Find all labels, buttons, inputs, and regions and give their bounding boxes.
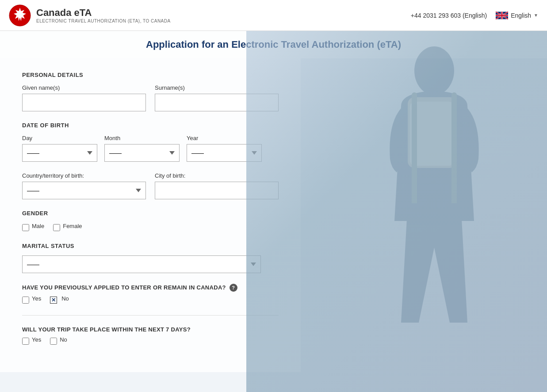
phone-number: +44 2031 293 603 (English) <box>411 12 487 19</box>
site-title: Canada eTA <box>36 7 171 19</box>
divider <box>22 315 279 316</box>
month-group: Month —— JanuaryFebruaryMarch AprilMayJu… <box>104 135 180 162</box>
logo-text: Canada eTA ELECTRONIC TRAVEL AUTHORIZATI… <box>36 7 171 23</box>
given-names-group: Given name(s) <box>22 84 146 111</box>
trip-no-label: No <box>60 336 67 343</box>
trip-yes-checkbox[interactable] <box>22 338 29 345</box>
male-label: Male <box>32 223 44 229</box>
male-checkbox[interactable] <box>22 224 29 231</box>
header: Canada eTA ELECTRONIC TRAVEL AUTHORIZATI… <box>0 0 547 31</box>
trip-question-label: WILL YOUR TRIP TAKE PLACE WITHIN THE NEX… <box>22 326 279 333</box>
month-label: Month <box>104 135 180 141</box>
uk-flag-icon <box>496 11 508 19</box>
marital-select[interactable]: —— Single Married Common-Law Legally Sep… <box>22 255 261 273</box>
header-right: +44 2031 293 603 (English) English ▼ <box>411 11 538 19</box>
day-select[interactable]: —— 12345 678910 1112131415 1617181920 21… <box>22 144 97 162</box>
gender-heading: GENDER <box>22 210 279 217</box>
trip-no-checkbox[interactable] <box>50 338 57 345</box>
site-subtitle: ELECTRONIC TRAVEL AUTHORIZATION (ETA), T… <box>36 19 171 23</box>
personal-details-heading: PERSONAL DETAILS <box>22 72 279 78</box>
female-checkbox[interactable] <box>53 224 60 231</box>
country-birth-label: Country/territory of birth: <box>22 172 146 179</box>
canada-question-section: HAVE YOU PREVIOUSLY APPLIED TO ENTER OR … <box>22 284 279 304</box>
month-select[interactable]: —— JanuaryFebruaryMarch AprilMayJune Jul… <box>104 144 180 162</box>
language-selector[interactable]: English ▼ <box>496 11 538 19</box>
canada-answer-row: Yes ✕ No <box>22 295 279 304</box>
trip-yes-label: Yes <box>32 336 41 343</box>
male-option[interactable]: Male <box>22 223 44 232</box>
trip-yes-option[interactable]: Yes <box>22 336 41 346</box>
country-birth-select[interactable]: —— <box>22 182 146 199</box>
chevron-down-icon: ▼ <box>534 13 538 18</box>
canada-no-label: No <box>61 295 69 302</box>
language-label: English <box>511 12 531 19</box>
logo-section: Canada eTA ELECTRONIC TRAVEL AUTHORIZATI… <box>9 4 411 27</box>
marital-section: MARITAL STATUS —— Single Married Common-… <box>22 243 279 273</box>
day-group: Day —— 12345 678910 1112131415 161718192… <box>22 135 97 162</box>
gender-checkbox-row: Male Female <box>22 223 279 232</box>
day-label: Day <box>22 135 97 141</box>
canada-question-label: HAVE YOU PREVIOUSLY APPLIED TO ENTER OR … <box>22 284 279 292</box>
name-row: Given name(s) Surname(s) <box>22 84 279 111</box>
canada-yes-label: Yes <box>32 295 41 302</box>
given-names-input[interactable] <box>22 94 146 111</box>
trip-no-option[interactable]: No <box>50 336 67 346</box>
canada-no-checked-icon: ✕ <box>50 297 57 304</box>
birth-row: Country/territory of birth: —— City of b… <box>22 172 279 199</box>
help-icon[interactable]: ? <box>230 284 237 292</box>
canada-yes-checkbox[interactable] <box>22 297 29 304</box>
svg-point-0 <box>414 46 454 95</box>
country-birth-group: Country/territory of birth: —— <box>22 172 146 199</box>
given-names-label: Given name(s) <box>22 84 146 91</box>
gender-section: GENDER Male Female <box>22 210 279 232</box>
canada-no-option[interactable]: ✕ No <box>50 295 69 304</box>
date-row: Day —— 12345 678910 1112131415 161718192… <box>22 135 279 162</box>
trip-question-section: WILL YOUR TRIP TAKE PLACE WITHIN THE NEX… <box>22 326 279 346</box>
trip-answer-row: Yes No <box>22 336 279 346</box>
canada-yes-option[interactable]: Yes <box>22 295 41 304</box>
dob-heading: DATE OF BIRTH <box>22 122 279 129</box>
female-option[interactable]: Female <box>53 223 82 232</box>
maple-leaf-logo <box>9 4 31 27</box>
female-label: Female <box>63 223 82 229</box>
marital-heading: MARITAL STATUS <box>22 243 279 249</box>
